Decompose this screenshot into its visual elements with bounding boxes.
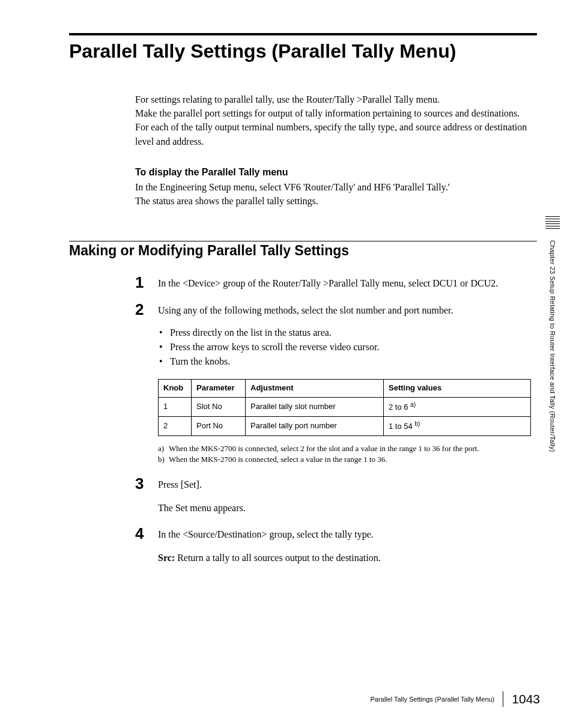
footer-divider — [503, 691, 503, 707]
footnotes: a) When the MKS-2700 is connected, selec… — [158, 443, 531, 464]
td-setval: 1 to 54 b) — [384, 417, 531, 436]
footnote-label: a) — [158, 443, 169, 454]
intro-p2: Make the parallel port settings for outp… — [135, 106, 531, 120]
step-content: In the <Source/Destination> group, selec… — [158, 526, 531, 565]
footnote-text: When the MKS-2700 is connected, select a… — [169, 454, 387, 465]
display-heading: To display the Parallel Tally menu — [135, 165, 531, 179]
step-1: 1 In the <Device> group of the Router/Ta… — [135, 275, 531, 290]
title-rule — [69, 33, 537, 35]
td-adj: Parallel tally port number — [246, 417, 384, 436]
side-tab: Chapter 23 Setup Relating to Router Inte… — [545, 216, 560, 452]
footnote-b: b) When the MKS-2700 is connected, selec… — [158, 454, 531, 465]
bullet-item: • Press the arrow keys to scroll the rev… — [159, 340, 531, 354]
table-row: 1 Slot No Parallel tally slot number 2 t… — [159, 398, 531, 417]
step-number: 4 — [135, 526, 158, 565]
step-content: Using any of the following methods, sele… — [158, 302, 531, 465]
step-text: In the <Source/Destination> group, selec… — [158, 529, 374, 539]
footnote-label: b) — [158, 454, 169, 465]
bullet-list: • Press directly on the list in the stat… — [159, 326, 531, 369]
bullet-item: • Press directly on the list in the stat… — [159, 326, 531, 339]
page-title: Parallel Tally Settings (Parallel Tally … — [69, 40, 537, 62]
footnote-a: a) When the MKS-2700 is connected, selec… — [158, 443, 531, 454]
bullet-item: • Turn the knobs. — [159, 354, 531, 368]
src-definition: Src: Return a tally to all sources outpu… — [158, 551, 531, 565]
step-content: Press [Set]. The Set menu appears. — [158, 476, 531, 515]
parameter-table: Knob Parameter Adjustment Setting values… — [158, 379, 531, 436]
thumb-index-icon — [545, 216, 560, 231]
step-text: Press [Set]. — [158, 479, 202, 490]
td-adj: Parallel tally slot number — [246, 398, 384, 417]
src-label: Src: — [158, 553, 175, 563]
th-setval: Setting values — [384, 380, 531, 398]
display-p2: The status area shows the parallel tally… — [135, 194, 531, 208]
th-knob: Knob — [159, 380, 192, 398]
footer-title: Parallel Tally Settings (Parallel Tally … — [370, 696, 494, 703]
bullet-text: Turn the knobs. — [170, 354, 230, 368]
step-4: 4 In the <Source/Destination> group, sel… — [135, 526, 531, 565]
td-knob: 1 — [159, 398, 192, 417]
step-number: 3 — [135, 476, 158, 515]
bullet-mark: • — [159, 354, 170, 368]
step-sub: The Set menu appears. — [158, 501, 531, 515]
th-adj: Adjustment — [246, 380, 384, 398]
step-number: 2 — [135, 302, 158, 465]
page-number: 1043 — [512, 692, 540, 706]
step-text: In the <Device> group of the Router/Tall… — [158, 275, 531, 290]
th-param: Parameter — [192, 380, 246, 398]
setval-text: 1 to 54 — [389, 422, 413, 431]
setval-text: 2 to 6 — [389, 402, 408, 411]
footnote-ref: b) — [414, 420, 420, 427]
intro-p1: For settings relating to parallel tally,… — [135, 93, 531, 106]
step-2: 2 Using any of the following methods, se… — [135, 302, 531, 465]
td-param: Slot No — [192, 398, 246, 417]
bullet-mark: • — [159, 326, 170, 339]
intro-p3: For each of the tally output terminal nu… — [135, 120, 531, 148]
section-title: Making or Modifying Parallel Tally Setti… — [69, 243, 537, 259]
td-param: Port No — [192, 417, 246, 436]
table-header-row: Knob Parameter Adjustment Setting values — [159, 380, 531, 398]
step-text: Using any of the following methods, sele… — [158, 305, 453, 315]
td-setval: 2 to 6 a) — [384, 398, 531, 417]
chapter-label: Chapter 23 Setup Relating to Router Inte… — [549, 240, 556, 452]
section-rule — [69, 241, 537, 241]
table-row: 2 Port No Parallel tally port number 1 t… — [159, 417, 531, 436]
step-3: 3 Press [Set]. The Set menu appears. — [135, 476, 531, 515]
bullet-mark: • — [159, 340, 170, 354]
bullet-text: Press directly on the list in the status… — [170, 326, 332, 339]
page-footer: Parallel Tally Settings (Parallel Tally … — [370, 691, 540, 707]
src-text: Return a tally to all sources output to … — [175, 553, 381, 563]
step-number: 1 — [135, 275, 158, 290]
bullet-text: Press the arrow keys to scroll the rever… — [170, 340, 379, 354]
footnote-ref: a) — [410, 401, 416, 408]
intro-block: For settings relating to parallel tally,… — [135, 93, 531, 208]
footnote-text: When the MKS-2700 is connected, select 2… — [169, 443, 479, 454]
display-p1: In the Engineering Setup menu, select VF… — [135, 180, 531, 194]
td-knob: 2 — [159, 417, 192, 436]
